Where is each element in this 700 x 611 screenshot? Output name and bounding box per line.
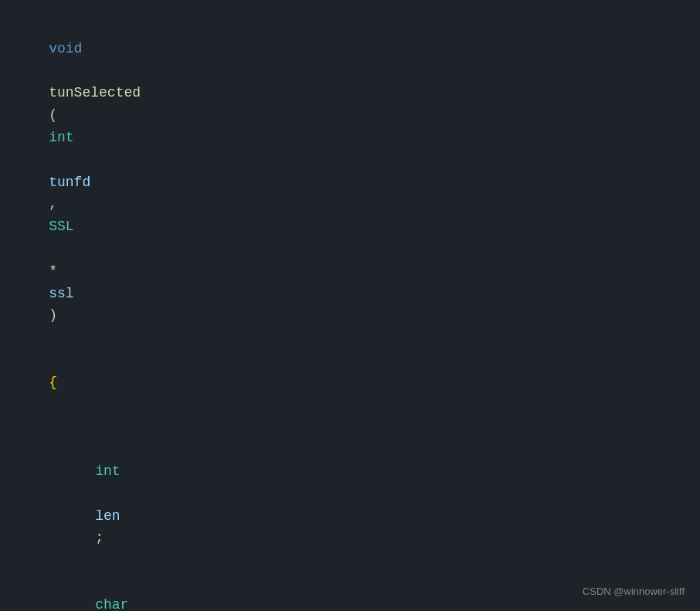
code-editor: void tunSelected ( int tunfd , SSL * ssl… xyxy=(0,0,700,611)
type-int: int xyxy=(49,130,73,145)
func-name: tunSelected xyxy=(49,85,141,100)
keyword-void: void xyxy=(49,41,82,56)
type-ssl: SSL xyxy=(49,219,73,234)
type-int2: int xyxy=(95,463,120,479)
param-ssl: ssl xyxy=(49,286,73,301)
line-open-brace: { xyxy=(15,349,700,416)
var-len: len xyxy=(95,508,120,524)
line-func-sig: void tunSelected ( int tunfd , SSL * ssl… xyxy=(15,15,700,349)
type-char: char xyxy=(95,597,128,611)
line-blank1 xyxy=(15,416,700,438)
watermark: CSDN @winnower-sliff xyxy=(583,584,685,600)
line-int-len: int len ; xyxy=(15,438,700,572)
param-tunfd: tunfd xyxy=(49,175,90,190)
